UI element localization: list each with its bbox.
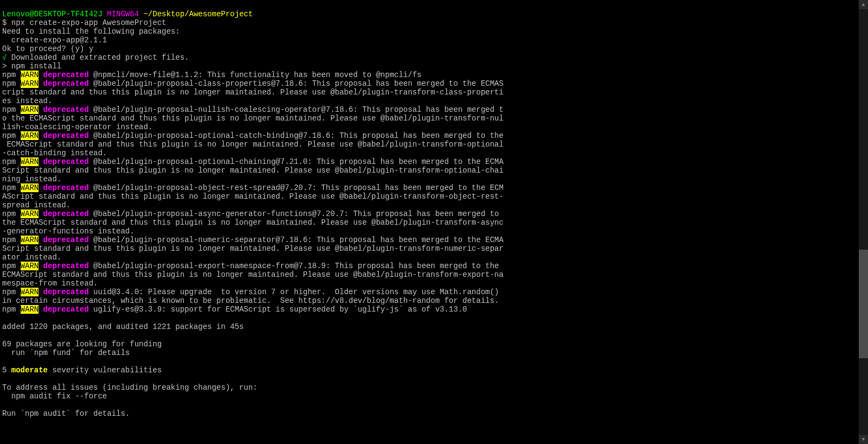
warn-text: uglify-es@3.3.9: support for ECMAScript … xyxy=(93,305,467,314)
line-audit: Run `npm audit` for details. xyxy=(2,409,130,418)
line-funding1: 69 packages are looking for funding xyxy=(2,340,162,348)
vuln-count: 5 xyxy=(2,366,11,375)
warn-text-cont: lish-coalescing-operator instead. xyxy=(2,123,152,131)
npm-label: npm xyxy=(2,105,21,114)
line-install-needed: Need to install the following packages: xyxy=(2,27,180,36)
warn-badge: WARN xyxy=(21,71,39,79)
npm-label: npm xyxy=(2,288,21,296)
warn-text-cont: AScript standard and thus this plugin is… xyxy=(2,192,503,201)
warn-text: @babel/plugin-proposal-numeric-separator… xyxy=(93,236,503,244)
warn-text-cont: ECMAScript standard and thus this plugin… xyxy=(2,270,503,279)
warn-text-cont: Script standard and thus this plugin is … xyxy=(2,166,503,175)
warn-text-cont: ECMAScript standard and thus this plugin… xyxy=(2,140,503,149)
warn-badge: WARN xyxy=(21,131,39,140)
warn-text-cont: -catch-binding instead. xyxy=(2,149,107,157)
deprecated-label: deprecated xyxy=(39,71,93,79)
deprecated-label: deprecated xyxy=(39,157,93,166)
line-fix: npm audit fix --force xyxy=(2,392,107,401)
line-proceed: Ok to proceed? (y) y xyxy=(2,45,93,53)
warn-badge: WARN xyxy=(21,105,39,114)
warnings-block: npm WARN deprecated @npmcli/move-file@1.… xyxy=(2,71,866,314)
deprecated-label: deprecated xyxy=(39,210,93,218)
warn-text-cont: ning instead. xyxy=(2,175,61,183)
warn-badge: WARN xyxy=(21,262,39,270)
warn-text-cont: o the ECMAScript standard and thus this … xyxy=(2,114,503,123)
warn-text: @babel/plugin-proposal-optional-catch-bi… xyxy=(93,131,503,140)
line-install-pkg: create-expo-app@2.1.1 xyxy=(2,36,107,45)
warn-badge: WARN xyxy=(21,210,39,218)
warn-text: @babel/plugin-proposal-object-rest-sprea… xyxy=(93,183,503,192)
warn-text: @babel/plugin-proposal-async-generator-f… xyxy=(93,210,503,218)
warn-badge: WARN xyxy=(21,305,39,314)
warn-text-cont: es instead. xyxy=(2,97,52,105)
scrollbar-up-button[interactable]: ▲ xyxy=(859,0,868,9)
warn-text-cont: ator instead. xyxy=(2,253,61,262)
warn-text: @babel/plugin-proposal-nullish-coalescin… xyxy=(93,105,503,114)
npm-label: npm xyxy=(2,71,21,79)
prompt-user: Lenovo@DESKTOP-TF4I42J xyxy=(2,10,103,18)
scrollbar-down-button[interactable]: ▼ xyxy=(859,435,868,444)
prompt-symbol: $ xyxy=(2,18,11,27)
npm-label: npm xyxy=(2,236,21,244)
warn-text: @babel/plugin-proposal-export-namespace-… xyxy=(93,262,503,270)
command-text: npx create-expo-app AwesomeProject xyxy=(11,18,167,27)
deprecated-label: deprecated xyxy=(39,288,93,296)
deprecated-label: deprecated xyxy=(39,79,93,88)
warn-badge: WARN xyxy=(21,288,39,296)
scrollbar-thumb[interactable] xyxy=(859,250,868,358)
deprecated-label: deprecated xyxy=(39,236,93,244)
vuln-suffix: severity vulnerabilities xyxy=(48,366,162,375)
warn-text-cont: in certain circumstances, which is known… xyxy=(2,296,499,305)
npm-label: npm xyxy=(2,157,21,166)
warn-badge: WARN xyxy=(21,183,39,192)
warn-text: @npmcli/move-file@1.1.2: This functional… xyxy=(93,71,422,79)
npm-label: npm xyxy=(2,183,21,192)
npm-label: npm xyxy=(2,131,21,140)
warn-text: @babel/plugin-proposal-optional-chaining… xyxy=(93,157,503,166)
warn-text-cont: cript standard and thus this plugin is n… xyxy=(2,88,503,97)
npm-label: npm xyxy=(2,79,21,88)
prompt-path: ~/Desktop/AwesomeProject xyxy=(143,10,253,18)
line-downloaded: Downloaded and extracted project files. xyxy=(7,53,189,62)
warn-text: uuid@3.4.0: Please upgrade to version 7 … xyxy=(93,288,503,296)
warn-text-cont: the ECMAScript standard and thus this pl… xyxy=(2,218,503,227)
vuln-severity: moderate xyxy=(11,366,48,375)
npm-label: npm xyxy=(2,305,21,314)
scrollbar-track[interactable]: ▲ ▼ xyxy=(859,0,868,444)
npm-label: npm xyxy=(2,210,21,218)
warn-text-cont: mespace-from instead. xyxy=(2,279,98,288)
warn-text: @babel/plugin-proposal-class-properties@… xyxy=(93,79,503,88)
warn-badge: WARN xyxy=(21,236,39,244)
deprecated-label: deprecated xyxy=(39,105,93,114)
deprecated-label: deprecated xyxy=(39,305,93,314)
line-funding2: run `npm fund` for details xyxy=(2,348,130,357)
line-npm-install: > npm install xyxy=(2,62,61,71)
deprecated-label: deprecated xyxy=(39,183,93,192)
warn-text-cont: Script standard and thus this plugin is … xyxy=(2,244,503,253)
npm-label: npm xyxy=(2,262,21,270)
warn-text-cont: -generator-functions instead. xyxy=(2,227,135,236)
terminal-output[interactable]: Lenovo@DESKTOP-TF4I42J MINGW64 ~/Desktop… xyxy=(0,0,868,419)
deprecated-label: deprecated xyxy=(39,262,93,270)
deprecated-label: deprecated xyxy=(39,131,93,140)
warn-badge: WARN xyxy=(21,79,39,88)
prompt-system: MINGW64 xyxy=(107,10,139,18)
line-address: To address all issues (including breakin… xyxy=(2,383,257,392)
warn-badge: WARN xyxy=(21,157,39,166)
line-added: added 1220 packages, and audited 1221 pa… xyxy=(2,322,244,331)
warn-text-cont: spread instead. xyxy=(2,201,71,210)
